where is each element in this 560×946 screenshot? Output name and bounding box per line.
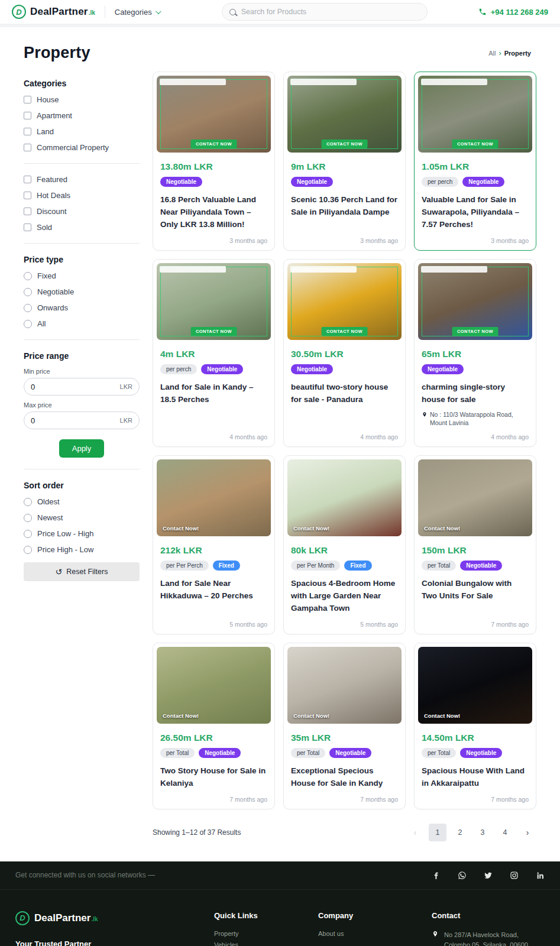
property-card[interactable]: CONTACT NOW 1.05m LKR per perch Negotiab…	[414, 72, 536, 251]
listing-title[interactable]: beautiful two-story house for sale - Pan…	[291, 381, 398, 406]
listing-title[interactable]: Colonial Bungalow with Two Units For Sal…	[422, 578, 529, 602]
badge-row: Negotiable	[422, 364, 529, 374]
property-grid: CONTACT NOW 13.80m LKR Negotiable 16.8 P…	[153, 72, 536, 809]
sort-radio[interactable]: Newest	[24, 513, 140, 522]
posted-time: 7 months ago	[160, 790, 267, 803]
next-page-button[interactable]: ›	[519, 824, 536, 841]
listing-title[interactable]: Land for Sale in Kandy – 18.5 Perches	[160, 381, 267, 406]
radio-icon[interactable]	[24, 304, 32, 312]
categories-dropdown[interactable]: Categories	[115, 8, 160, 17]
category-checkbox[interactable]: Land	[24, 127, 140, 136]
sort-order-title: Sort order	[24, 481, 140, 490]
contact-now-overlay[interactable]: CONTACT NOW	[452, 327, 499, 336]
property-card[interactable]: Contact Now! 26.50m LKR per Total Negoti…	[153, 643, 275, 809]
property-card[interactable]: CONTACT NOW 65m LKR Negotiable charming …	[414, 259, 536, 447]
radio-icon[interactable]	[24, 288, 32, 296]
listing-title[interactable]: Valuable Land for Sale in Suwarapola, Pi…	[422, 194, 529, 231]
radio-icon[interactable]	[24, 514, 32, 522]
footer-tagline: Your Trusted Partner	[15, 939, 194, 946]
footer-link[interactable]: Property	[214, 930, 298, 937]
twitter-icon[interactable]	[484, 871, 493, 880]
contact-now-overlay[interactable]: Contact Now!	[424, 525, 460, 532]
contact-now-overlay[interactable]: CONTACT NOW	[321, 327, 368, 336]
price-type-radio[interactable]: All	[24, 319, 140, 328]
footer-link[interactable]: Vehicles	[214, 941, 298, 946]
price-type-badge: Fixed	[344, 561, 371, 571]
listing-title[interactable]: Land for Sale Near Hikkaduwa – 20 Perche…	[160, 578, 267, 602]
listing-title[interactable]: Spacious House With Land in Akkaraipattu	[422, 765, 529, 790]
radio-icon[interactable]	[24, 530, 32, 538]
contact-now-overlay[interactable]: Contact Now!	[293, 525, 329, 532]
price-type-radio[interactable]: Negotiable	[24, 287, 140, 296]
contact-now-overlay[interactable]: Contact Now!	[424, 712, 460, 719]
reset-filters-button[interactable]: ↺ Reset Filters	[24, 562, 140, 581]
page-button[interactable]: 2	[451, 824, 469, 841]
checkbox-icon[interactable]	[24, 223, 31, 231]
property-card[interactable]: Contact Now! 80k LKR per Per Month Fixed…	[283, 455, 406, 634]
whatsapp-icon[interactable]	[458, 871, 467, 880]
search-input[interactable]	[241, 8, 420, 16]
checkbox-icon[interactable]	[24, 112, 31, 119]
price-type-badge: Negotiable	[460, 561, 502, 571]
checkbox-icon[interactable]	[24, 176, 31, 183]
property-card[interactable]: CONTACT NOW 13.80m LKR Negotiable 16.8 P…	[153, 72, 275, 251]
checkbox-icon[interactable]	[24, 144, 31, 151]
category-checkbox[interactable]: House	[24, 95, 140, 104]
contact-now-overlay[interactable]: CONTACT NOW	[321, 140, 368, 148]
checkbox-icon[interactable]	[24, 208, 31, 215]
property-card[interactable]: CONTACT NOW 4m LKR per perch Negotiable …	[153, 259, 275, 447]
listing-title[interactable]: Spacious 4-Bedroom Home with Large Garde…	[291, 578, 398, 615]
flag-checkbox[interactable]: Featured	[24, 175, 140, 184]
page-button[interactable]: 4	[496, 824, 514, 841]
brand-logo[interactable]: D DealPartner.lk	[12, 5, 95, 19]
property-card[interactable]: Contact Now! 14.50m LKR per Total Negoti…	[414, 643, 536, 809]
flag-checkbox[interactable]: Discount	[24, 207, 140, 216]
contact-now-overlay[interactable]: CONTACT NOW	[190, 327, 237, 336]
property-card[interactable]: CONTACT NOW 9m LKR Negotiable Scenic 10.…	[283, 72, 406, 251]
radio-icon[interactable]	[24, 546, 32, 554]
checkbox-icon[interactable]	[24, 128, 31, 135]
contact-now-overlay[interactable]: Contact Now!	[163, 712, 199, 719]
contact-now-overlay[interactable]: CONTACT NOW	[190, 140, 237, 148]
checkbox-icon[interactable]	[24, 96, 31, 103]
linkedin-icon[interactable]	[536, 871, 545, 880]
sort-radio[interactable]: Oldest	[24, 497, 140, 506]
listing-title[interactable]: 16.8 Perch Valuable Land Near Piliyandal…	[160, 194, 267, 231]
property-card[interactable]: CONTACT NOW 30.50m LKR Negotiable beauti…	[283, 259, 406, 447]
flag-checkbox[interactable]: Sold	[24, 223, 140, 232]
property-card[interactable]: Contact Now! 150m LKR per Total Negotiab…	[414, 455, 536, 634]
contact-now-overlay[interactable]: Contact Now!	[293, 712, 329, 719]
listing-title[interactable]: charming single-story house for sale	[422, 381, 529, 406]
facebook-icon[interactable]	[432, 871, 441, 880]
property-card[interactable]: Contact Now! 212k LKR per Per Perch Fixe…	[153, 455, 275, 634]
radio-icon[interactable]	[24, 320, 32, 328]
breadcrumb-all[interactable]: All	[488, 50, 496, 57]
contact-now-overlay[interactable]: CONTACT NOW	[452, 140, 499, 148]
listing-title[interactable]: Scenic 10.36 Perch Land for Sale in Pili…	[291, 194, 398, 219]
contact-now-overlay[interactable]: Contact Now!	[163, 525, 199, 532]
page-button[interactable]: 1	[429, 824, 446, 841]
instagram-icon[interactable]	[510, 871, 519, 880]
prev-page-button[interactable]: ‹	[406, 824, 424, 841]
property-card[interactable]: Contact Now! 35m LKR per Total Negotiabl…	[283, 643, 406, 809]
listing-title[interactable]: Two Story House for Sale in Kelaniya	[160, 765, 267, 790]
sort-radio[interactable]: Price Low - High	[24, 529, 140, 538]
flag-checkbox[interactable]: Hot Deals	[24, 191, 140, 200]
checkbox-icon[interactable]	[24, 192, 31, 199]
header-phone[interactable]: +94 112 268 249	[478, 8, 548, 17]
price-type-radio[interactable]: Onwards	[24, 303, 140, 312]
sort-radio[interactable]: Price High - Low	[24, 545, 140, 554]
max-price-input[interactable]	[24, 416, 120, 425]
radio-icon[interactable]	[24, 272, 32, 280]
apply-button[interactable]: Apply	[59, 439, 105, 458]
footer-link[interactable]: About us	[318, 930, 412, 937]
min-price-input[interactable]	[24, 383, 120, 391]
category-checkbox[interactable]: Commercial Property	[24, 143, 140, 152]
price-type-radio[interactable]: Fixed	[24, 271, 140, 280]
page-button[interactable]: 3	[474, 824, 491, 841]
listing-title[interactable]: Exceptional Specious House for Sale in K…	[291, 765, 398, 790]
category-checkbox[interactable]: Apartment	[24, 111, 140, 120]
footer-logo[interactable]: D DealPartner.lk	[15, 911, 194, 925]
radio-icon[interactable]	[24, 498, 32, 506]
property-image: Contact Now!	[287, 459, 402, 536]
